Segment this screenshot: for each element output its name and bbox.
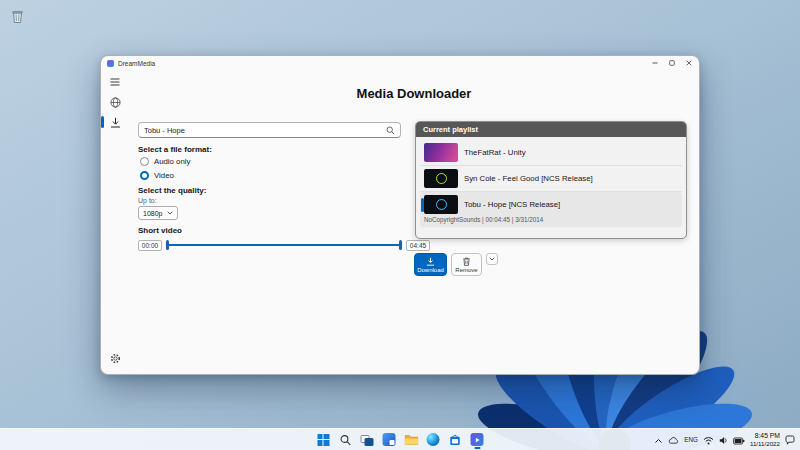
playlist-panel: Current playlist TheFatRat - Unity Syn C… (415, 121, 687, 239)
radio-audio-only[interactable]: Audio only (140, 157, 190, 166)
maximize-icon[interactable] (663, 56, 680, 70)
trim-row: 00:00 04:45 (138, 239, 430, 251)
search-icon[interactable] (386, 121, 395, 139)
system-tray: ENG (654, 429, 795, 450)
playlist-item-title: Syn Cole - Feel Good [NCS Release] (464, 174, 593, 183)
file-explorer-icon[interactable] (404, 432, 419, 447)
format-section-label: Select a file format: (138, 145, 212, 154)
start-button-icon[interactable] (316, 432, 331, 447)
volume-icon[interactable] (719, 431, 728, 449)
notification-center-icon[interactable] (785, 431, 795, 449)
remove-button[interactable]: Remove (451, 253, 482, 276)
taskbar: ENG (0, 428, 800, 450)
slider-track[interactable] (167, 244, 401, 246)
playlist-item-2[interactable]: Syn Cole - Feel Good [NCS Release] (420, 166, 682, 192)
trim-section-label: Short video (138, 226, 182, 235)
chevron-down-icon (489, 257, 495, 261)
download-label: Download (417, 267, 444, 273)
playlist-item-1[interactable]: TheFatRat - Unity (420, 140, 682, 166)
playlist-item-3-selected[interactable]: Tobu - Hope [NCS Release] NoCopyrightSou… (420, 192, 682, 227)
radio-audio-label: Audio only (154, 157, 190, 166)
hamburger-menu-icon[interactable] (105, 73, 125, 91)
playlist-thumbnail (424, 195, 458, 214)
radio-video-label: Video (154, 171, 174, 180)
ncs-ring-icon (436, 173, 447, 184)
playlist-items: TheFatRat - Unity Syn Cole - Feel Good [… (416, 137, 686, 230)
taskbar-center-icons (316, 429, 485, 450)
app-window: DreamMedia (100, 55, 700, 375)
search-box[interactable] (138, 122, 401, 138)
slider-thumb-end[interactable] (399, 240, 402, 250)
dreammedia-app-icon[interactable] (470, 432, 485, 447)
desktop: DreamMedia (0, 0, 800, 450)
quality-value: 1080p (143, 210, 162, 217)
close-icon[interactable] (680, 56, 697, 70)
tray-chevron-up-icon[interactable] (654, 431, 663, 449)
task-view-icon[interactable] (360, 432, 375, 447)
quality-section-label: Select the quality: (138, 186, 206, 195)
playlist-header: Current playlist (416, 122, 686, 137)
battery-icon[interactable] (733, 431, 745, 449)
playlist-thumbnail (424, 169, 458, 188)
app-logo-icon (107, 60, 114, 67)
playlist-item-meta: NoCopyrightSounds | 00:04:45 | 3/31/2014 (424, 216, 678, 223)
nav-sidebar (101, 70, 129, 374)
sidebar-item-browser[interactable] (105, 93, 125, 111)
remove-label: Remove (455, 267, 477, 273)
window-title: DreamMedia (118, 60, 155, 67)
playlist-item-title: Tobu - Hope [NCS Release] (464, 200, 560, 209)
radio-unselected-icon (140, 157, 149, 166)
download-icon (426, 257, 435, 266)
playlist-thumbnail (424, 143, 458, 162)
settings-gear-icon[interactable] (105, 349, 125, 367)
more-actions-dropdown[interactable] (486, 253, 498, 265)
edge-browser-icon[interactable] (426, 432, 441, 447)
microsoft-store-icon[interactable] (448, 432, 463, 447)
tray-time: 8:45 PM (750, 432, 780, 440)
trim-start-field[interactable]: 00:00 (138, 240, 162, 251)
chevron-down-icon (167, 211, 173, 215)
radio-video[interactable]: Video (140, 171, 174, 180)
search-input[interactable] (144, 126, 386, 135)
taskbar-clock[interactable]: 8:45 PM 11/11/2022 (750, 432, 780, 448)
page-title: Media Downloader (129, 86, 699, 101)
onedrive-cloud-icon[interactable] (668, 431, 679, 449)
taskbar-search-icon[interactable] (338, 432, 353, 447)
window-titlebar[interactable]: DreamMedia (101, 56, 699, 70)
recycle-bin-icon[interactable] (9, 7, 25, 25)
globe-icon (110, 97, 121, 108)
main-content: Media Downloader Select a file format: A… (129, 70, 699, 374)
trim-end-field[interactable]: 04:45 (406, 240, 430, 251)
quality-dropdown[interactable]: 1080p (138, 206, 178, 220)
quality-hint: Up to: (138, 197, 157, 204)
widgets-icon[interactable] (382, 432, 397, 447)
download-button[interactable]: Download (414, 253, 447, 276)
trash-icon (462, 257, 471, 266)
language-indicator[interactable]: ENG (684, 436, 698, 443)
radio-selected-icon (140, 171, 149, 180)
ncs-ring-icon (436, 199, 447, 210)
slider-thumb-start[interactable] (166, 240, 169, 250)
tray-date: 11/11/2022 (750, 440, 780, 447)
wifi-icon[interactable] (703, 431, 714, 449)
trim-range-slider[interactable] (166, 239, 402, 251)
sidebar-item-downloader[interactable] (105, 113, 125, 131)
minimize-icon[interactable] (646, 56, 663, 70)
download-icon (110, 117, 121, 128)
playlist-item-title: TheFatRat - Unity (464, 148, 526, 157)
